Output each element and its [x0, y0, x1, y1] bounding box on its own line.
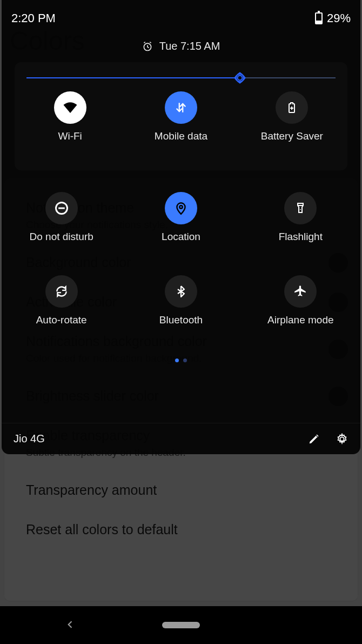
quick-settings-panel: 2:20 PM 29% Tue 7:15 AM [2, 0, 360, 454]
tile-airplane[interactable]: Airplane mode [252, 275, 349, 326]
rotate-icon [55, 284, 69, 298]
mobile-data-button[interactable] [165, 91, 197, 124]
wifi-icon [62, 99, 78, 116]
tile-label: Battery Saver [261, 130, 323, 142]
dnd-button[interactable] [45, 192, 78, 224]
battery-plus-icon [285, 101, 298, 114]
tile-dnd[interactable]: Do not disturb [13, 192, 110, 243]
wifi-button[interactable] [54, 91, 86, 124]
dnd-icon [54, 201, 69, 216]
settings-button[interactable] [336, 433, 348, 446]
flashlight-icon [294, 202, 307, 215]
battery-saver-button[interactable] [276, 91, 308, 124]
tile-wifi[interactable]: Wi-Fi [22, 91, 119, 142]
tile-label: Auto-rotate [36, 314, 87, 326]
page-indicator [2, 358, 360, 362]
tile-label: Do not disturb [30, 231, 93, 243]
airplane-button[interactable] [284, 275, 317, 308]
bluetooth-button[interactable] [165, 275, 197, 308]
back-button[interactable] [65, 619, 76, 630]
tile-label: Airplane mode [267, 314, 334, 326]
qs-footer: Jio 4G [2, 423, 360, 454]
alarm-row[interactable]: Tue 7:15 AM [2, 28, 360, 59]
tile-label: Location [162, 231, 200, 243]
autorotate-button[interactable] [45, 275, 78, 308]
status-right: 29% [315, 11, 351, 25]
location-icon [174, 201, 188, 215]
clock: 2:20 PM [11, 11, 56, 25]
tile-bluetooth[interactable]: Bluetooth [132, 275, 230, 326]
tile-mobile-data[interactable]: Mobile data [132, 91, 230, 142]
carrier-label: Jio 4G [14, 433, 45, 445]
battery-percent: 29% [327, 11, 351, 25]
tile-flashlight[interactable]: Flashlight [252, 192, 349, 243]
tile-autorotate[interactable]: Auto-rotate [13, 275, 110, 326]
dot-active [175, 358, 179, 362]
tile-label: Wi-Fi [58, 130, 82, 142]
flashlight-button[interactable] [284, 192, 317, 224]
tile-location[interactable]: Location [132, 192, 230, 243]
location-button[interactable] [165, 192, 197, 224]
qs-body: Do not disturb Location Flashlight [2, 192, 360, 362]
tile-battery-saver[interactable]: Battery Saver [243, 91, 340, 142]
pencil-icon [308, 433, 320, 445]
alarm-text: Tue 7:15 AM [159, 40, 220, 52]
airplane-icon [293, 284, 307, 298]
home-pill[interactable] [162, 622, 200, 628]
bluetooth-icon [175, 285, 187, 298]
brightness-slider[interactable] [26, 69, 336, 87]
dot [183, 358, 187, 362]
data-icon [174, 101, 188, 115]
slider-fill [26, 77, 240, 78]
alarm-icon [142, 41, 153, 52]
tile-label: Flashlight [279, 231, 323, 243]
gear-icon [336, 433, 348, 445]
nav-bar [0, 606, 362, 644]
qs-top-card: Wi-Fi Mobile data Battery Saver [15, 62, 347, 170]
tile-label: Bluetooth [159, 314, 203, 326]
tile-label: Mobile data [155, 130, 207, 142]
brightness-thumb-icon [233, 71, 247, 85]
status-bar: 2:20 PM 29% [2, 0, 360, 28]
svg-point-5 [179, 205, 182, 208]
edit-button[interactable] [307, 433, 320, 446]
battery-icon [315, 12, 323, 24]
